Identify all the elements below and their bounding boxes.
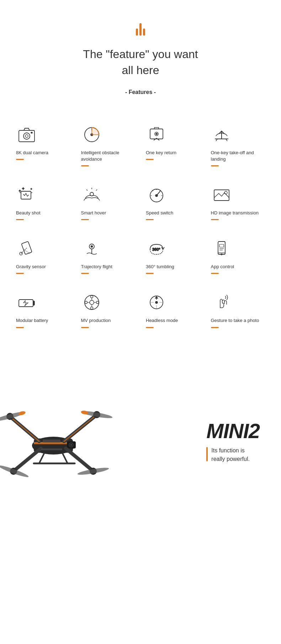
feature-8k-camera: 8K dual camera (11, 117, 76, 177)
svg-point-65 (70, 444, 72, 446)
drone-section: MINI2 Its function is really powerful. (0, 346, 281, 506)
svg-point-46 (90, 307, 93, 310)
mv-icon (81, 292, 102, 313)
tagline-text: Its function is really powerful. (211, 446, 250, 463)
tagline-bar (206, 447, 208, 461)
svg-rect-3 (31, 132, 32, 133)
feature-underline-battery (16, 327, 24, 328)
svg-line-16 (86, 189, 88, 191)
trajectory-icon (81, 238, 102, 259)
feature-label-mv: MV production (81, 317, 111, 324)
feature-headless: Headless mode (140, 285, 206, 338)
sound-bar-3 (143, 28, 145, 36)
svg-point-9 (156, 133, 157, 135)
battery-icon (16, 292, 37, 313)
features-grid: 8K dual camera Intelligent obstacle avoi (0, 117, 281, 339)
svg-line-76 (39, 453, 44, 463)
feature-underline-gesture (211, 327, 219, 328)
feature-label-beauty: Beauty shot (16, 210, 41, 216)
svg-point-1 (23, 133, 30, 139)
feature-underline-hd (211, 219, 219, 220)
headless-icon (146, 292, 167, 313)
feature-hd: HD image transmission (206, 177, 271, 231)
feature-label-speed: Speed switch (146, 210, 173, 216)
feature-label-hd: HD image transmission (211, 210, 259, 216)
svg-point-44 (90, 300, 94, 305)
svg-text:✦: ✦ (30, 188, 32, 191)
feature-underline-headless (146, 327, 154, 328)
tumbling-icon: 360° (146, 238, 167, 259)
svg-rect-80 (41, 448, 62, 450)
drone-illustration (0, 353, 132, 506)
mini2-tagline: Its function is really powerful. (206, 446, 260, 463)
camera-icon (16, 124, 37, 145)
hd-icon (211, 184, 232, 206)
feature-hover: Smart hover (76, 177, 141, 231)
feature-underline-takeoff (211, 165, 219, 166)
feature-underline-hover (81, 219, 89, 220)
feature-label-return: One key return (146, 150, 176, 156)
feature-label-app: App control (211, 264, 234, 270)
svg-text:✦: ✦ (18, 189, 21, 193)
feature-underline-mv (81, 327, 89, 328)
feature-label-gesture: Gesture to take a photo (211, 317, 259, 324)
feature-beauty: ✦ ✦ ✦ Beauty shot (11, 177, 76, 231)
svg-point-43 (85, 295, 99, 310)
svg-point-58 (155, 301, 158, 303)
svg-rect-38 (219, 244, 224, 247)
feature-return: One key return (140, 117, 206, 177)
feature-label-takeoff: One-key take-off and landing (211, 150, 265, 162)
sound-bar-2 (139, 23, 142, 36)
feature-underline-gravity (16, 273, 24, 274)
feature-battery: Modular battery (11, 285, 76, 338)
svg-point-28 (224, 191, 227, 194)
sound-bar-1 (136, 28, 138, 36)
feature-mv: MV production (76, 285, 141, 338)
svg-text:✦: ✦ (22, 187, 25, 191)
feature-underline-360 (146, 273, 154, 274)
feature-label-obstacle: Intelligent obstacle avoidance (81, 150, 136, 162)
feature-obstacle: Intelligent obstacle avoidance (76, 117, 141, 177)
svg-line-77 (62, 453, 68, 463)
svg-point-47 (85, 301, 87, 304)
feature-label-camera: 8K dual camera (16, 150, 48, 156)
feature-underline-obstacle (81, 165, 89, 166)
feature-trajectory: Trajectory flight (76, 231, 141, 285)
feature-label-battery: Modular battery (16, 317, 48, 324)
obstacle-icon (81, 124, 102, 145)
svg-text:360°: 360° (152, 247, 160, 251)
svg-line-26 (160, 191, 160, 191)
sound-icon (14, 21, 267, 36)
main-title: The "feature" you want all here (14, 46, 267, 78)
svg-line-25 (153, 191, 153, 191)
feature-underline-return (146, 159, 154, 160)
svg-line-17 (96, 189, 97, 191)
return-icon (146, 124, 167, 145)
feature-gravity: Gravity sensor (11, 231, 76, 285)
feature-app: App control (206, 231, 271, 285)
page-wrapper: The "feature" you want all here - Featur… (0, 0, 281, 644)
feature-underline-trajectory (81, 273, 89, 274)
svg-rect-10 (21, 191, 31, 199)
feature-takeoff: One-key take-off and landing (206, 117, 271, 177)
gesture-icon (211, 292, 232, 313)
svg-point-2 (25, 135, 28, 137)
feature-360: 360° 360° tumbling (140, 231, 206, 285)
mini2-branding: MINI2 Its function is really powerful. (206, 419, 260, 463)
feature-label-hover: Smart hover (81, 210, 106, 216)
feature-label-trajectory: Trajectory flight (81, 264, 112, 270)
feature-underline-beauty (16, 219, 24, 220)
svg-rect-35 (218, 242, 225, 254)
feature-underline-speed (146, 219, 154, 220)
speed-icon (146, 184, 167, 206)
svg-point-71 (0, 464, 29, 479)
feature-underline-camera (16, 159, 24, 160)
feature-speed: Speed switch (140, 177, 206, 231)
svg-rect-42 (33, 301, 35, 305)
top-section: The "feature" you want all here - Featur… (0, 0, 281, 117)
app-icon (211, 238, 232, 259)
svg-point-45 (90, 296, 93, 298)
beauty-icon: ✦ ✦ ✦ (16, 184, 37, 206)
feature-label-360: 360° tumbling (146, 264, 174, 270)
feature-underline-app (211, 273, 219, 274)
